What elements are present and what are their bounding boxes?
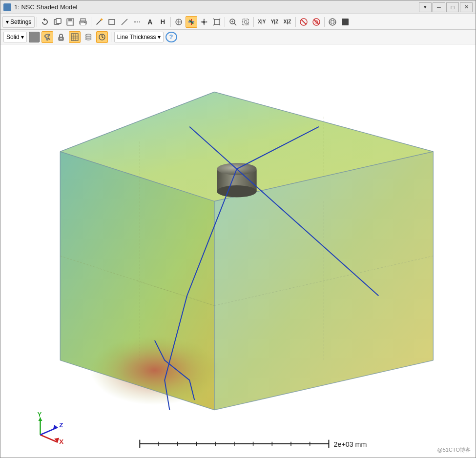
watermark: @51CTO博客: [437, 446, 471, 454]
scale-bar-group: 2e+03 mm: [140, 440, 367, 448]
separator-3: [170, 17, 171, 27]
svg-line-39: [301, 20, 306, 24]
svg-rect-12: [109, 20, 115, 24]
svg-marker-84: [38, 418, 42, 421]
svg-line-86: [41, 427, 58, 435]
layers-button[interactable]: [83, 31, 94, 43]
viewport[interactable]: X Y Z: [0, 44, 476, 458]
xy-view-button[interactable]: X|Y: [256, 16, 268, 28]
svg-point-49: [60, 38, 62, 39]
heat-spot: [90, 336, 219, 405]
copy-window-button[interactable]: [52, 16, 63, 28]
tool-button[interactable]: [41, 31, 53, 43]
zoom-icon: [229, 18, 237, 26]
svg-text:Z: Z: [59, 421, 63, 429]
svg-text:2e+03 mm: 2e+03 mm: [334, 440, 367, 448]
svg-point-36: [244, 20, 247, 23]
zoom-window-button[interactable]: [240, 16, 251, 28]
layers-icon: [84, 33, 92, 41]
title-bar: 1: NSC Shaded Model ▾ ─ □ ✕: [0, 0, 476, 14]
axes-button[interactable]: [186, 16, 197, 28]
line-thickness-arrow: ▾: [158, 34, 161, 40]
save-button[interactable]: [64, 16, 76, 28]
cross-button[interactable]: [198, 16, 210, 28]
svg-point-43: [329, 19, 336, 25]
no-ray2-icon: [312, 18, 320, 26]
svg-rect-26: [214, 20, 219, 24]
close-btn[interactable]: ✕: [460, 2, 473, 12]
pen-icon: [95, 18, 103, 26]
svg-line-60: [102, 37, 103, 38]
save-icon: [66, 18, 74, 26]
rect-button[interactable]: [106, 16, 118, 28]
svg-rect-25: [203, 21, 205, 23]
line-thickness-label: Line Thickness: [117, 34, 156, 40]
copy-window-icon: [54, 18, 62, 26]
svg-text:Y: Y: [37, 411, 41, 418]
svg-point-56: [85, 36, 91, 38]
svg-point-55: [85, 38, 91, 40]
view-sphere-button[interactable]: [327, 16, 338, 28]
color-picker[interactable]: [29, 32, 40, 42]
lock-button[interactable]: [55, 31, 67, 43]
view-sphere-icon: [329, 18, 336, 26]
svg-marker-24: [206, 21, 207, 23]
line-button[interactable]: [119, 16, 130, 28]
toolbar-secondary: Solid ▾: [0, 30, 476, 44]
svg-line-32: [234, 23, 236, 25]
svg-line-37: [247, 23, 248, 24]
window-title: 1: NSC Shaded Model: [14, 3, 419, 11]
3d-scene: X Y Z: [0, 44, 476, 458]
minimize-btn[interactable]: ─: [433, 2, 445, 12]
target-icon: [175, 18, 183, 26]
dropdown-btn[interactable]: ▾: [419, 2, 432, 12]
fit-button[interactable]: [211, 16, 223, 28]
dashline-button[interactable]: [131, 16, 143, 28]
refresh-button[interactable]: [39, 16, 51, 28]
target-button[interactable]: [173, 16, 185, 28]
text-h-button[interactable]: H: [157, 16, 168, 28]
svg-point-45: [329, 20, 336, 23]
svg-marker-21: [203, 19, 205, 20]
svg-rect-4: [68, 22, 73, 25]
solid-dropdown[interactable]: Solid ▾: [3, 32, 27, 42]
no-ray1-button[interactable]: [298, 16, 310, 28]
separator-7: [324, 17, 325, 27]
svg-rect-50: [71, 34, 78, 40]
print-button[interactable]: [77, 16, 89, 28]
svg-point-8: [84, 22, 85, 23]
grid-icon: [71, 33, 79, 41]
solid-block-icon: [341, 18, 349, 26]
svg-marker-22: [203, 23, 205, 25]
cross-icon: [200, 18, 208, 26]
maximize-btn[interactable]: □: [446, 2, 459, 12]
svg-line-13: [122, 19, 127, 25]
solid-block-button[interactable]: [339, 16, 351, 28]
axis-indicator-group: X Y Z: [37, 411, 63, 445]
separator-1: [37, 17, 37, 27]
help-button[interactable]: ?: [166, 32, 177, 42]
grid-button[interactable]: [69, 31, 81, 43]
history-button[interactable]: [96, 31, 108, 43]
zoom-button[interactable]: [227, 16, 239, 28]
solid-dropdown-arrow: ▾: [21, 34, 24, 40]
pen-button[interactable]: [93, 16, 105, 28]
settings-button[interactable]: ▾ Settings: [2, 16, 35, 28]
separator-2: [91, 17, 91, 27]
svg-line-80: [41, 435, 58, 442]
no-ray2-button[interactable]: [310, 16, 322, 28]
window-icon: [3, 3, 11, 11]
line-thickness-dropdown[interactable]: Line Thickness ▾: [114, 32, 164, 42]
dashline-icon: [133, 18, 141, 26]
svg-rect-46: [342, 19, 349, 25]
zoom-window-icon: [242, 18, 249, 26]
xz-view-button[interactable]: X|Z: [282, 16, 293, 28]
title-buttons: ▾ ─ □ ✕: [419, 2, 473, 12]
separator-5: [253, 17, 254, 27]
yz-view-button[interactable]: Y|Z: [269, 16, 281, 28]
toolbar-main: ▾ Settings: [0, 14, 476, 30]
svg-marker-23: [201, 21, 203, 23]
cylinder-bottom: [217, 185, 257, 197]
settings-label: Settings: [10, 19, 31, 25]
text-a-button[interactable]: A: [144, 16, 156, 28]
